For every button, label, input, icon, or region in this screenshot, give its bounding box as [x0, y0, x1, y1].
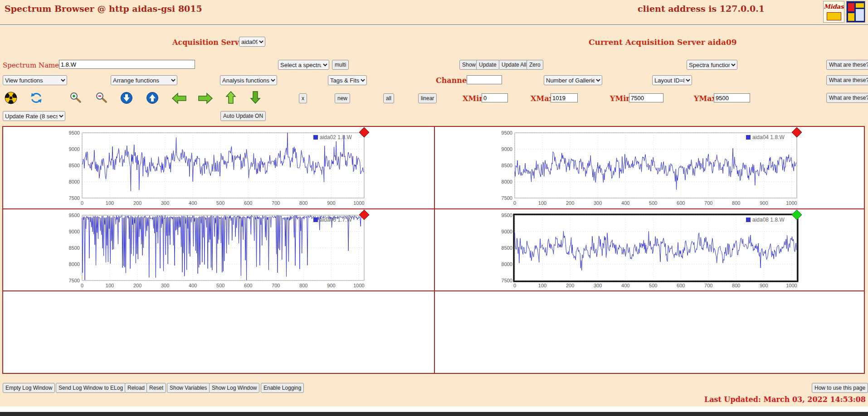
x-scale-button[interactable]: x	[299, 93, 307, 103]
last-updated-text: Last Updated: March 03, 2022 14:53:08	[704, 395, 866, 404]
svg-text:200: 200	[566, 200, 574, 206]
svg-text:900: 900	[327, 200, 335, 206]
grid-divider	[3, 290, 864, 291]
svg-text:200: 200	[133, 283, 141, 288]
spectrum-chart-aida04[interactable]: 7500800085009000950001002003004005006007…	[494, 130, 802, 208]
all-button[interactable]: all	[383, 93, 394, 103]
svg-text:100: 100	[106, 200, 114, 206]
xmin-input[interactable]	[482, 93, 508, 102]
svg-text:800: 800	[299, 200, 307, 206]
svg-text:700: 700	[704, 200, 712, 206]
send-log-window-button[interactable]: Send Log Window to ELog	[56, 383, 126, 393]
svg-text:900: 900	[760, 200, 768, 206]
svg-text:600: 600	[677, 283, 685, 288]
update-rate-dropdown[interactable]: Update Rate (8 secs)	[3, 111, 65, 121]
reset-button[interactable]: Reset	[146, 383, 166, 393]
number-of-galleries-dropdown[interactable]: Number of Galleries	[544, 75, 602, 85]
svg-text:200: 200	[133, 200, 141, 206]
ymax-label: YMax	[694, 94, 716, 103]
arrow-up-icon[interactable]	[225, 91, 236, 104]
svg-text:600: 600	[244, 200, 252, 206]
svg-text:300: 300	[161, 200, 169, 206]
zoom-out-icon[interactable]	[95, 92, 107, 104]
svg-text:8000: 8000	[69, 261, 80, 267]
select-spectrum-dropdown[interactable]: Select a spectrum	[278, 60, 329, 70]
spectrum-name-input[interactable]	[59, 60, 195, 69]
svg-text:7500: 7500	[69, 278, 80, 283]
arrow-right-icon[interactable]	[198, 92, 213, 104]
what-are-these-button-3[interactable]: What are these?	[826, 93, 868, 103]
how-to-use-button[interactable]: How to use this page	[812, 383, 868, 393]
svg-text:8000: 8000	[502, 179, 512, 184]
svg-text:400: 400	[189, 200, 197, 206]
svg-text:1000: 1000	[786, 283, 797, 288]
show-variables-button[interactable]: Show Variables	[167, 383, 210, 393]
header-divider	[0, 24, 868, 25]
svg-text:7500: 7500	[502, 195, 512, 201]
grid-divider	[3, 208, 864, 209]
svg-text:8500: 8500	[69, 163, 80, 168]
spectrum-chart-aida06[interactable]: 7500800085009000950001002003004005006007…	[61, 213, 370, 290]
svg-text:700: 700	[704, 283, 712, 288]
multi-button[interactable]: multi	[332, 60, 349, 70]
svg-text:aida02 1.8.W: aida02 1.8.W	[320, 134, 352, 140]
svg-text:9500: 9500	[502, 213, 512, 218]
expand-vertical-icon[interactable]	[146, 92, 159, 104]
auto-update-button[interactable]: Auto Update ON	[220, 111, 266, 121]
svg-text:8000: 8000	[69, 179, 80, 184]
grid-divider	[434, 127, 435, 373]
svg-text:8000: 8000	[502, 261, 512, 267]
current-server-label: Current Acquisition Server aida09	[589, 38, 737, 47]
enable-logging-button[interactable]: Enable Logging	[261, 383, 304, 393]
update-all-button[interactable]: Update All	[499, 60, 529, 70]
arrow-down-icon[interactable]	[250, 91, 261, 104]
refresh-icon[interactable]	[30, 92, 43, 104]
view-functions-dropdown[interactable]: View functions	[3, 75, 67, 85]
analysis-functions-dropdown[interactable]: Analysis functions	[220, 75, 277, 85]
reload-button[interactable]: Reload	[125, 383, 147, 393]
spectrum-chart-aida02[interactable]: 7500800085009000950001002003004005006007…	[61, 130, 370, 208]
svg-text:0: 0	[513, 283, 516, 288]
svg-text:0: 0	[513, 200, 516, 206]
show-button[interactable]: Show	[459, 60, 478, 70]
svg-text:1000: 1000	[353, 283, 364, 288]
update-button[interactable]: Update	[476, 60, 499, 70]
what-are-these-button-1[interactable]: What are these?	[826, 60, 868, 70]
svg-text:700: 700	[272, 200, 280, 206]
svg-text:9500: 9500	[502, 130, 512, 135]
acquisition-server-select[interactable]: aida09	[239, 37, 265, 47]
svg-text:9500: 9500	[69, 213, 80, 218]
arrange-functions-dropdown[interactable]: Arrange functions	[111, 75, 177, 85]
channel-input[interactable]	[467, 75, 502, 84]
svg-text:9000: 9000	[502, 229, 512, 234]
arrow-left-icon[interactable]	[171, 92, 187, 104]
svg-text:100: 100	[106, 283, 114, 288]
zoom-in-icon[interactable]	[69, 92, 82, 104]
svg-text:8500: 8500	[502, 245, 512, 251]
zero-button[interactable]: Zero	[527, 60, 543, 70]
what-are-these-button-2[interactable]: What are these?	[826, 75, 868, 85]
svg-text:300: 300	[594, 283, 602, 288]
svg-text:900: 900	[327, 283, 335, 288]
tags-fits-dropdown[interactable]: Tags & Fits	[328, 75, 367, 85]
collapse-vertical-icon[interactable]	[120, 92, 133, 104]
spectrum-chart-aida08[interactable]: 7500800085009000950001002003004005006007…	[494, 213, 802, 290]
svg-text:500: 500	[649, 283, 657, 288]
svg-text:600: 600	[677, 200, 685, 206]
linear-button[interactable]: linear	[418, 93, 437, 103]
xmax-input[interactable]	[551, 93, 578, 102]
ymin-input[interactable]	[629, 93, 663, 102]
ymax-input[interactable]	[714, 93, 750, 102]
empty-log-window-button[interactable]: Empty Log Window	[3, 383, 55, 393]
layout-id-dropdown[interactable]: Layout ID=8	[652, 75, 692, 85]
svg-text:1000: 1000	[353, 200, 364, 206]
radiation-icon[interactable]	[5, 92, 17, 104]
svg-text:800: 800	[299, 283, 307, 288]
svg-text:400: 400	[189, 283, 197, 288]
svg-text:500: 500	[649, 200, 657, 206]
show-log-window-button[interactable]: Show Log Window	[209, 383, 259, 393]
new-button[interactable]: new	[335, 93, 350, 103]
page-title: Spectrum Browser @ http aidas-gsi 8015	[5, 4, 202, 14]
spectra-functions-dropdown[interactable]: Spectra functions	[687, 60, 737, 70]
svg-text:700: 700	[272, 283, 280, 288]
